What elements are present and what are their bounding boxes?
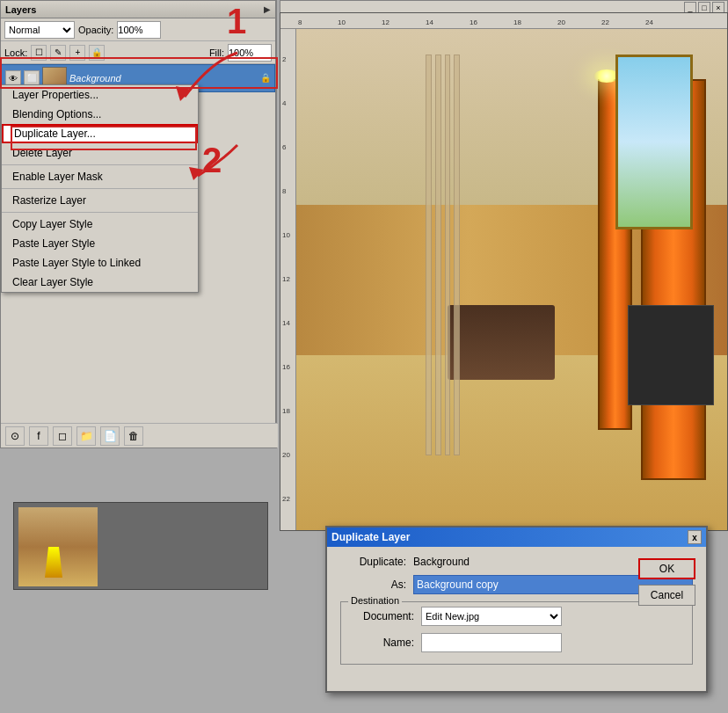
ruler-mark-v: 6 [282, 143, 286, 151]
layer-lock-icon: 🔒 [260, 73, 271, 84]
dialog-as-label: As: [340, 578, 406, 591]
menu-item-clear-layer-style[interactable]: Clear Layer Style [2, 273, 198, 292]
ruler-mark-v: 10 [282, 231, 290, 239]
dialog-duplicate-value: Background [413, 556, 470, 568]
partition-bars [426, 55, 460, 455]
dialog-ok-button[interactable]: OK [638, 558, 695, 579]
layers-panel: Layers ▶ Normal Multiply Screen Overlay … [0, 0, 277, 448]
opacity-label: Opacity: [78, 25, 113, 35]
dialog-name-label: Name: [348, 637, 414, 649]
annotation-2: 2 [202, 141, 222, 180]
add-effect-button[interactable]: f [29, 426, 48, 446]
ruler-left: 2 4 6 8 10 12 14 16 18 20 22 [280, 29, 296, 530]
dialog-document-row: Document: Edit New.jpg [348, 607, 685, 626]
partition-bar [435, 55, 441, 455]
canvas-area: _ □ × 8 10 12 14 16 18 20 22 24 2 4 6 8 … [0, 0, 728, 713]
menu-separator-2 [2, 188, 198, 189]
thumbnail-strip [13, 502, 268, 590]
image-content [296, 29, 727, 530]
ruler-mark-v: 14 [282, 319, 290, 327]
fill-label: Fill: [209, 47, 224, 58]
fill-input[interactable] [228, 44, 272, 62]
tv-unit [628, 305, 714, 405]
new-layer-button[interactable]: 📄 [100, 426, 120, 446]
dialog-name-input[interactable] [421, 633, 562, 652]
ruler-mark: 18 [513, 18, 521, 26]
menu-item-layer-properties[interactable]: Layer Properties... [2, 85, 198, 105]
ruler-mark: 24 [645, 18, 653, 26]
ruler-mark-v: 16 [282, 363, 290, 371]
ruler-mark-v: 8 [282, 187, 286, 195]
ruler-mark: 10 [338, 18, 346, 26]
new-group-button[interactable]: 📁 [76, 426, 96, 446]
menu-item-paste-layer-style[interactable]: Paste Layer Style [2, 234, 198, 253]
dialog-title: Duplicate Layer [331, 531, 410, 543]
layer-name: Background [69, 73, 258, 84]
duplicate-layer-dialog: Duplicate Layer x Duplicate: Background … [325, 526, 708, 693]
context-menu: Layer Properties... Blending Options... … [1, 84, 199, 293]
destination-legend: Destination [348, 595, 402, 606]
link-layers-button[interactable]: ⊙ [5, 426, 25, 446]
ruler-mark: 12 [382, 18, 389, 26]
ruler-mark: 20 [557, 18, 565, 26]
destination-group: Destination Document: Edit New.jpg Name: [340, 601, 693, 665]
menu-item-delete-layer[interactable]: Delete Layer [2, 143, 198, 163]
add-mask-button[interactable]: ◻ [53, 426, 72, 446]
lock-position-button[interactable]: + [69, 45, 85, 61]
ruler-mark-v: 2 [282, 55, 286, 63]
menu-item-duplicate-layer[interactable]: Duplicate Layer... [2, 124, 198, 143]
ruler-mark: 14 [426, 18, 433, 26]
ruler-mark-v: 12 [282, 275, 290, 283]
ruler-mark-v: 18 [282, 407, 290, 415]
menu-item-blending-options[interactable]: Blending Options... [2, 105, 198, 124]
ruler-mark-v: 4 [282, 99, 286, 107]
layers-panel-title: Layers [5, 4, 36, 15]
ruler-mark: 8 [298, 18, 302, 26]
layers-panel-menu-button[interactable]: ▶ [264, 4, 271, 14]
blend-mode-select[interactable]: Normal Multiply Screen Overlay [4, 21, 75, 39]
menu-item-copy-layer-style[interactable]: Copy Layer Style [2, 215, 198, 234]
layers-bottom-toolbar: ⊙ f ◻ 📁 📄 🗑 [1, 423, 278, 447]
window-view [615, 55, 693, 230]
partition-bar [445, 55, 451, 455]
partition-bar [426, 55, 432, 455]
ruler-mark: 22 [601, 18, 609, 26]
lock-all-button[interactable]: 🔒 [89, 45, 105, 61]
annotation-1: 1 [227, 2, 246, 41]
thumbnail-image [18, 507, 98, 586]
dialog-document-select[interactable]: Edit New.jpg [421, 607, 562, 626]
ruler-mark: 16 [470, 18, 477, 26]
menu-separator-1 [2, 164, 198, 165]
menu-item-paste-layer-style-linked[interactable]: Paste Layer Style to Linked [2, 253, 198, 273]
layers-toolbar-bottom: Lock: ☐ ✎ + 🔒 Fill: [1, 41, 275, 64]
ruler-mark-v: 20 [282, 451, 290, 459]
menu-separator-3 [2, 212, 198, 213]
dialog-close-button[interactable]: x [688, 530, 702, 544]
dialog-duplicate-label: Duplicate: [340, 556, 406, 568]
dialog-document-label: Document: [348, 610, 414, 622]
dialog-name-row: Name: [348, 633, 685, 652]
image-window: 8 10 12 14 16 18 20 22 24 2 4 6 8 10 12 … [280, 12, 728, 531]
thumbnail-object [45, 547, 62, 578]
room-background [296, 29, 727, 530]
dialog-cancel-button[interactable]: Cancel [638, 585, 695, 606]
partition-bar [454, 55, 460, 455]
bench-table [448, 305, 556, 381]
opacity-input[interactable] [117, 21, 161, 39]
ruler-top: 8 10 12 14 16 18 20 22 24 [280, 13, 727, 29]
lock-transparent-button[interactable]: ☐ [31, 45, 47, 61]
menu-item-rasterize-layer[interactable]: Rasterize Layer [2, 191, 198, 210]
ruler-mark-v: 22 [282, 495, 290, 503]
menu-item-enable-layer-mask[interactable]: Enable Layer Mask [2, 167, 198, 186]
delete-layer-button[interactable]: 🗑 [124, 426, 143, 446]
lock-image-button[interactable]: ✎ [50, 45, 66, 61]
dialog-titlebar: Duplicate Layer x [327, 527, 706, 547]
lock-label: Lock: [4, 47, 27, 58]
